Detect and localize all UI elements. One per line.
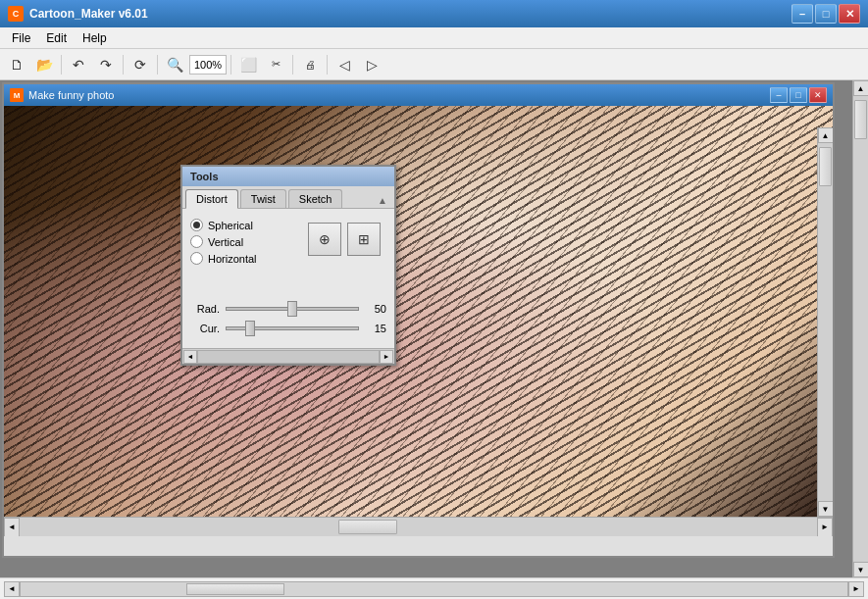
tab-sketch[interactable]: Sketch [288, 189, 343, 208]
prev-button[interactable]: ◁ [332, 53, 357, 76]
next-button[interactable]: ▷ [359, 53, 384, 76]
scroll-left-button[interactable]: ◄ [4, 518, 20, 537]
label-spherical: Spherical [208, 220, 253, 231]
redo-button[interactable]: ↷ [93, 53, 119, 76]
zoom-button[interactable]: 🔍 [162, 53, 187, 76]
rad-value: 50 [365, 303, 386, 315]
status-scroll-track [20, 581, 848, 597]
zoom-level: 100% [189, 55, 227, 75]
radio-spherical[interactable] [190, 219, 203, 231]
rad-slider[interactable] [226, 307, 359, 311]
print-button[interactable]: 🖨 [297, 53, 323, 76]
mdi-title: Make funny photo [28, 89, 114, 101]
status-scroll-thumb[interactable] [186, 583, 284, 595]
tools-tabs: Distort Twist Sketch ▲ [182, 186, 394, 209]
close-button[interactable]: ✕ [839, 4, 860, 24]
menu-edit[interactable]: Edit [38, 29, 75, 47]
radio-horizontal[interactable] [190, 252, 203, 265]
cur-slider[interactable] [226, 326, 359, 330]
title-bar: C Cartoon_Maker v6.01 – □ ✕ [0, 0, 868, 27]
menu-bar: File Edit Help [0, 27, 868, 49]
cur-value: 15 [365, 323, 386, 334]
refresh-button[interactable]: ⟳ [128, 53, 153, 76]
action-buttons: ⊕ ⊞ [308, 223, 386, 256]
rad-label: Rad. [190, 303, 220, 315]
move-icon: ⊕ [319, 231, 331, 247]
mdi-minimize-button[interactable]: – [770, 87, 788, 103]
radio-vertical[interactable] [190, 235, 203, 248]
tools-scroll-right[interactable]: ► [380, 350, 393, 364]
main-scroll-down[interactable]: ▼ [853, 562, 869, 577]
hair-overlay [4, 106, 833, 536]
toolbar-separator-3 [157, 55, 158, 75]
scroll-right-button[interactable]: ► [817, 518, 833, 537]
cur-slider-row: Cur. 15 [190, 323, 386, 334]
mdi-horizontal-scrollbar: ◄ ► [4, 517, 833, 536]
scroll-h-thumb[interactable] [338, 520, 397, 534]
status-scroll-right[interactable]: ► [848, 581, 864, 597]
mdi-close-button[interactable]: ✕ [809, 87, 827, 103]
toolbar-separator-2 [123, 55, 124, 75]
mdi-vertical-scrollbar: ▲ ▼ [817, 127, 833, 517]
maximize-button[interactable]: □ [815, 4, 837, 24]
main-scroll-thumb[interactable] [854, 100, 867, 139]
tools-content: Spherical Vertical Horizontal [182, 209, 394, 348]
scroll-h-track [20, 518, 817, 536]
toolbar: 🗋 📂 ↶ ↷ ⟳ 🔍 100% ⬜ ✂ 🖨 ◁ ▷ [0, 49, 868, 80]
main-area: M Make funny photo – □ ✕ Tools [0, 80, 868, 577]
toolbar-separator-6 [327, 55, 328, 75]
app-icon: C [8, 6, 24, 22]
right-margin [835, 80, 852, 577]
mdi-title-bar: M Make funny photo – □ ✕ [4, 84, 833, 106]
menu-file[interactable]: File [4, 29, 38, 47]
mdi-icon: M [10, 88, 24, 102]
resize-icon: ⊞ [358, 231, 370, 247]
status-bar: ◄ ► [0, 577, 868, 599]
mdi-title-controls: – □ ✕ [770, 87, 827, 103]
new-button[interactable]: 🗋 [4, 53, 29, 76]
title-controls: – □ ✕ [791, 4, 860, 24]
toolbar-separator-5 [292, 55, 293, 75]
photo-area: Tools Distort Twist Sketch ▲ [4, 106, 833, 536]
tools-title: Tools [182, 167, 394, 186]
label-vertical: Vertical [208, 236, 243, 248]
move-button[interactable]: ⊕ [308, 223, 341, 256]
mdi-container: M Make funny photo – □ ✕ Tools [0, 80, 852, 577]
toolbar-separator-1 [61, 55, 62, 75]
scroll-down-button[interactable]: ▼ [818, 501, 834, 517]
tools-horizontal-scrollbar: ◄ ► [182, 348, 394, 364]
mdi-window: M Make funny photo – □ ✕ Tools [2, 82, 835, 558]
open-button[interactable]: 📂 [31, 53, 57, 76]
rad-slider-row: Rad. 50 [190, 303, 386, 315]
crop-button[interactable]: ✂ [263, 53, 288, 76]
mdi-maximize-button[interactable]: □ [790, 87, 807, 103]
label-horizontal: Horizontal [208, 253, 257, 265]
status-scroll-left[interactable]: ◄ [4, 581, 20, 597]
scroll-up-button[interactable]: ▲ [818, 127, 834, 143]
scroll-v-track [818, 143, 833, 501]
tab-distort[interactable]: Distort [185, 189, 238, 209]
tools-scroll-track [197, 350, 380, 364]
minimize-button[interactable]: – [791, 4, 813, 24]
scroll-v-thumb[interactable] [819, 147, 832, 186]
tab-scroll-up[interactable]: ▲ [374, 193, 391, 208]
menu-help[interactable]: Help [75, 29, 115, 47]
tab-twist[interactable]: Twist [240, 189, 286, 208]
undo-button[interactable]: ↶ [66, 53, 91, 76]
main-vertical-scrollbar: ▲ ▼ [852, 80, 868, 577]
app-title: Cartoon_Maker v6.01 [29, 7, 148, 21]
tools-scroll-left[interactable]: ◄ [183, 350, 197, 364]
resize-button[interactable]: ⊞ [347, 223, 381, 256]
main-scroll-up[interactable]: ▲ [853, 80, 869, 96]
tools-panel: Tools Distort Twist Sketch ▲ [180, 165, 396, 366]
cur-label: Cur. [190, 323, 220, 334]
main-scroll-track [853, 96, 868, 562]
toolbar-separator-4 [230, 55, 231, 75]
select-button[interactable]: ⬜ [235, 53, 261, 76]
